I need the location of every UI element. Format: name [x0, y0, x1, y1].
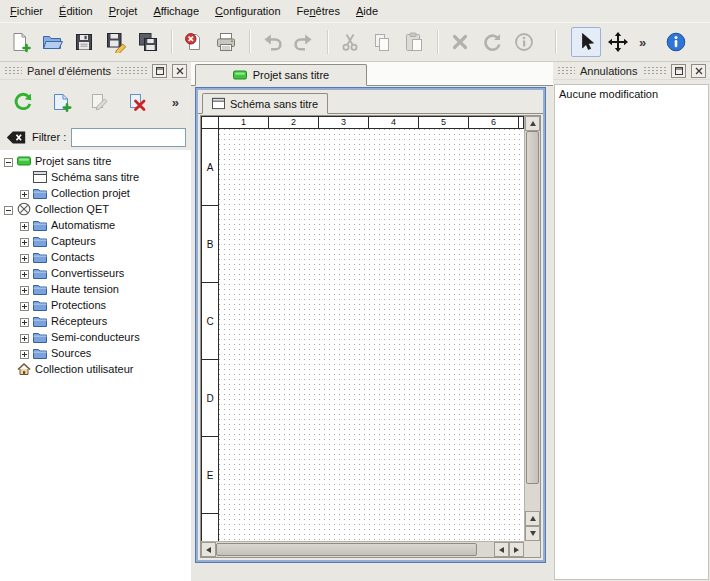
tree-item-contacts[interactable]: Contacts [0, 249, 191, 265]
plus-box-icon[interactable] [20, 269, 29, 278]
plus-box-icon[interactable] [20, 285, 29, 294]
delete-element-button[interactable] [122, 87, 152, 117]
scroll-left-button[interactable] [201, 542, 216, 557]
minus-box-icon[interactable] [4, 157, 13, 166]
undo-panel-titlebar: Annulations [553, 62, 710, 80]
horizontal-scrollbar[interactable] [201, 541, 524, 557]
close-panel-button[interactable] [172, 64, 187, 78]
save-button[interactable] [69, 27, 99, 57]
plus-box-icon[interactable] [20, 189, 29, 198]
horizontal-scroll-track[interactable] [216, 542, 494, 557]
tree-item-collection-qet[interactable]: Collection QET [0, 201, 191, 217]
tree-item-recepteurs[interactable]: Récepteurs [0, 313, 191, 329]
tree-item-semi-conducteurs[interactable]: Semi-conducteurs [0, 329, 191, 345]
filter-input[interactable] [71, 128, 186, 147]
plus-box-icon[interactable] [20, 237, 29, 246]
close-document-button[interactable] [179, 27, 209, 57]
new-document-button[interactable] [5, 27, 35, 57]
scroll-up-button[interactable] [525, 116, 540, 131]
scroll-left-button-right[interactable] [494, 542, 509, 557]
menu-fichier[interactable]: Fichier [2, 2, 51, 20]
tree-item-protections[interactable]: Protections [0, 297, 191, 313]
elements-panel-toolbar: » [0, 80, 191, 124]
delete-button[interactable] [445, 27, 475, 57]
menu-affichage[interactable]: Affichage [145, 2, 207, 20]
tree-item-convertisseurs[interactable]: Convertisseurs [0, 265, 191, 281]
reload-button[interactable] [8, 87, 38, 117]
tree-item-collection-projet[interactable]: Collection projet [0, 185, 191, 201]
toolbar-overflow[interactable]: » [635, 35, 650, 50]
save-as-button[interactable] [101, 27, 131, 57]
plus-box-icon[interactable] [20, 333, 29, 342]
dock-grip[interactable] [4, 66, 22, 75]
right-arrow-icon [514, 547, 519, 553]
undo-button[interactable] [257, 27, 287, 57]
clear-filter-icon[interactable] [5, 130, 27, 145]
tree-item-haute-tension[interactable]: Haute tension [0, 281, 191, 297]
panel-toolbar-overflow[interactable]: » [168, 95, 183, 110]
cut-button[interactable] [335, 27, 365, 57]
menu-configuration[interactable]: Configuration [207, 2, 288, 20]
tree-item-projet-sans-titre[interactable]: Projet sans titre [0, 153, 191, 169]
dock-grip[interactable] [557, 66, 575, 75]
row-header: A [202, 129, 218, 206]
tree-item-automatisme[interactable]: Automatisme [0, 217, 191, 233]
about-button[interactable] [661, 27, 691, 57]
tree-item-schema-sans-titre[interactable]: Schéma sans titre [0, 169, 191, 185]
folder-icon [33, 314, 47, 328]
menu-projet[interactable]: Projet [101, 2, 146, 20]
open-icon [41, 31, 63, 53]
new-element-button[interactable] [46, 87, 76, 117]
move-button[interactable] [603, 27, 633, 57]
redo-button[interactable] [289, 27, 319, 57]
copy-button[interactable] [367, 27, 397, 57]
close-panel-button[interactable] [691, 64, 706, 78]
save-all-button[interactable] [133, 27, 163, 57]
dock-grip[interactable] [116, 66, 147, 75]
tree-item-capteurs[interactable]: Capteurs [0, 233, 191, 249]
home-icon [17, 362, 31, 376]
plus-box-icon[interactable] [20, 317, 29, 326]
plus-box-icon[interactable] [20, 221, 29, 230]
vertical-scrollbar[interactable] [524, 116, 540, 541]
vertical-scroll-track[interactable] [525, 131, 540, 511]
float-panel-button[interactable] [671, 64, 686, 78]
plus-box-icon[interactable] [20, 301, 29, 310]
minus-box-icon[interactable] [4, 205, 13, 214]
scroll-up-button-bottom[interactable] [525, 511, 540, 526]
diagram-canvas[interactable]: 123456 ABCDE [201, 116, 524, 541]
float-panel-button[interactable] [152, 64, 167, 78]
open-button[interactable] [37, 27, 67, 57]
mdi-area: Projet sans titre Schéma sans titre 1234… [191, 62, 553, 581]
qet-collection-icon [17, 202, 31, 216]
tree-item-sources[interactable]: Sources [0, 345, 191, 361]
down-arrow-icon [530, 531, 536, 536]
vertical-scroll-thumb[interactable] [526, 131, 539, 484]
print-button[interactable] [211, 27, 241, 57]
menu-edition[interactable]: Édition [51, 2, 101, 20]
tree-item-collection-utilisateur[interactable]: Collection utilisateur [0, 361, 191, 377]
schema-view: 123456 ABCDE [200, 115, 541, 558]
select-button[interactable] [571, 27, 601, 57]
info-button[interactable] [509, 27, 539, 57]
tab-projet-sans-titre[interactable]: Projet sans titre [195, 64, 367, 86]
plus-box-icon[interactable] [20, 253, 29, 262]
plus-box-icon[interactable] [20, 349, 29, 358]
scroll-right-button[interactable] [509, 542, 524, 557]
paste-button[interactable] [399, 27, 429, 57]
schema-tabbar: Schéma sans titre [198, 90, 543, 114]
menu-aide[interactable]: Aide [348, 2, 386, 20]
dock-grip[interactable] [643, 66, 667, 75]
rotate-button[interactable] [477, 27, 507, 57]
menu-fenetres[interactable]: Fenêtres [289, 2, 348, 20]
horizontal-scroll-thumb[interactable] [216, 543, 477, 556]
left-arrow-icon [206, 547, 211, 553]
tab-schema-sans-titre[interactable]: Schéma sans titre [202, 93, 328, 114]
main-toolbar: » [0, 22, 710, 62]
edit-element-button[interactable] [84, 87, 114, 117]
save-as-icon [105, 31, 127, 53]
undo-list-item[interactable]: Aucune modification [555, 85, 708, 103]
scroll-down-button[interactable] [525, 526, 540, 541]
project-tab-label: Projet sans titre [253, 69, 329, 81]
row-header-filler [202, 514, 218, 541]
